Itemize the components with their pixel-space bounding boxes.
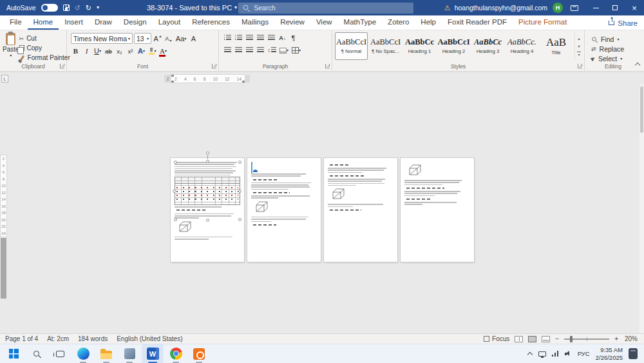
tab-view[interactable]: View (310, 15, 338, 30)
account-avatar[interactable]: H (553, 3, 563, 13)
copy-button[interactable]: Copy (19, 44, 70, 52)
font-name-select[interactable]: Times New Roma ▾ (71, 33, 133, 44)
line-spacing-button[interactable]: ↕ (267, 45, 278, 55)
font-color-button[interactable]: A▾ (158, 46, 168, 56)
shading-button[interactable]: ▾ (279, 45, 290, 55)
tab-file[interactable]: File (4, 15, 28, 30)
clear-formatting-button[interactable]: A (189, 34, 198, 44)
tab-home[interactable]: Home (28, 15, 59, 30)
underline-button[interactable]: U▾ (93, 46, 102, 56)
align-center-button[interactable] (234, 45, 243, 55)
paragraph-dialog-launcher[interactable] (325, 64, 330, 68)
vertical-scrollbar[interactable] (639, 84, 644, 333)
focus-button[interactable]: Focus (484, 335, 509, 342)
select-button[interactable]: Select ▾ (591, 54, 641, 63)
format-painter-button[interactable]: Format Painter (19, 54, 70, 62)
read-mode-button[interactable] (515, 336, 523, 342)
selection-handle[interactable] (173, 190, 176, 193)
scrollbar-thumb[interactable] (640, 86, 643, 133)
horizontal-ruler[interactable]: 2 2468101214 (171, 75, 245, 83)
sort-button[interactable]: A↓ (278, 33, 287, 43)
tab-mailings[interactable]: Mailings (236, 15, 274, 30)
tab-mathtype[interactable]: MathType (338, 15, 383, 30)
tray-expand-icon[interactable] (527, 351, 533, 357)
display-tray-icon[interactable] (538, 351, 546, 357)
align-left-button[interactable] (223, 45, 232, 55)
justify-button[interactable] (256, 45, 265, 55)
increase-indent-button[interactable] (267, 33, 276, 43)
style-normal[interactable]: AaBbCcI¶ Normal (335, 32, 368, 60)
right-indent-marker[interactable] (242, 81, 245, 83)
document-area[interactable] (0, 84, 644, 333)
save-icon[interactable] (63, 5, 70, 11)
replace-button[interactable]: ⇄ Replace (591, 44, 641, 53)
web-layout-button[interactable] (542, 336, 550, 342)
page-thumbnail-1[interactable] (171, 158, 244, 262)
language-input-indicator[interactable]: РУС (578, 350, 590, 357)
find-button[interactable]: Find ▾ (591, 35, 641, 43)
rotation-handle[interactable] (206, 152, 209, 155)
tab-layout[interactable]: Layout (153, 15, 187, 30)
tab-draw[interactable]: Draw (89, 15, 118, 30)
style-heading-1[interactable]: AaBbCcHeading 1 (403, 32, 436, 60)
italic-button[interactable]: I (82, 46, 91, 56)
clipboard-dialog-launcher[interactable] (60, 64, 64, 68)
styles-more-button[interactable]: ▾ (575, 51, 583, 57)
start-button[interactable] (3, 344, 24, 363)
close-button[interactable]: × (625, 0, 644, 15)
search-input[interactable] (252, 3, 410, 12)
taskbar-app-word[interactable]: W (142, 344, 164, 363)
superscript-button[interactable]: x² (126, 46, 135, 56)
zoom-level[interactable]: 20% (623, 335, 638, 342)
selection-handle[interactable] (174, 218, 177, 221)
volume-tray-icon[interactable] (565, 351, 572, 357)
hanging-indent-marker[interactable] (171, 81, 174, 83)
selection-handle[interactable] (206, 160, 209, 163)
font-dialog-launcher[interactable] (212, 64, 216, 68)
maximize-button[interactable] (605, 0, 625, 15)
align-right-button[interactable] (245, 45, 254, 55)
text-effects-button[interactable]: A▾ (137, 46, 146, 56)
vertical-ruler[interactable]: 24681012141618202224 (0, 84, 7, 333)
page-thumbnail-3[interactable] (324, 158, 397, 262)
selection-handle[interactable] (174, 161, 177, 164)
style-heading-4[interactable]: AaBbCc.Heading 4 (506, 32, 538, 60)
tab-review[interactable]: Review (274, 15, 310, 30)
language-indicator[interactable]: English (United States) (117, 335, 182, 342)
change-case-button[interactable]: Aa▾ (175, 34, 187, 44)
multilevel-list-button[interactable] (245, 33, 254, 43)
numbering-button[interactable] (234, 33, 243, 43)
undo-icon[interactable]: ↺ (75, 5, 80, 12)
search-box[interactable] (238, 3, 413, 14)
share-button[interactable]: Share (609, 15, 638, 30)
print-layout-button[interactable] (528, 336, 536, 342)
bold-button[interactable]: B (71, 46, 80, 56)
paste-button[interactable]: Paste ▾ (3, 33, 19, 62)
style-title[interactable]: AaBTitle (540, 32, 573, 60)
taskbar-clock[interactable]: 9:35 AM 2/26/2025 (596, 346, 623, 362)
borders-button[interactable]: ▾ (291, 45, 302, 55)
taskbar-app-edge[interactable] (72, 344, 94, 363)
zoom-in-button[interactable]: + (614, 335, 618, 342)
document-title[interactable]: 38-3074 - Saved to this PC ▾ (147, 0, 237, 15)
taskbar-app-orange[interactable] (188, 344, 210, 363)
selection-handle[interactable] (238, 161, 242, 164)
font-size-select[interactable]: 13 ▾ (134, 33, 151, 44)
network-tray-icon[interactable] (552, 351, 559, 357)
first-line-indent-marker[interactable] (171, 75, 174, 77)
style-heading-3[interactable]: AaBbCcHeading 3 (471, 32, 504, 60)
bullets-button[interactable] (223, 33, 232, 43)
tab-zotero[interactable]: Zotero (382, 15, 415, 30)
word-count[interactable]: 184 words (78, 335, 108, 342)
cut-button[interactable]: ✂ Cut (19, 34, 70, 43)
tab-foxit-reader-pdf[interactable]: Foxit Reader PDF (442, 15, 513, 30)
collapse-ribbon-icon[interactable] (635, 62, 640, 67)
task-view-button[interactable] (49, 344, 71, 363)
minimize-button[interactable] (586, 0, 605, 15)
style-heading-2[interactable]: AaBbCcIHeading 2 (437, 32, 470, 60)
shrink-font-button[interactable]: A (164, 34, 173, 44)
tab-references[interactable]: References (186, 15, 236, 30)
tab-stop-selector[interactable]: L (1, 75, 8, 83)
ribbon-display-options-icon[interactable] (571, 5, 578, 11)
redo-icon[interactable]: ↻ (86, 5, 91, 12)
